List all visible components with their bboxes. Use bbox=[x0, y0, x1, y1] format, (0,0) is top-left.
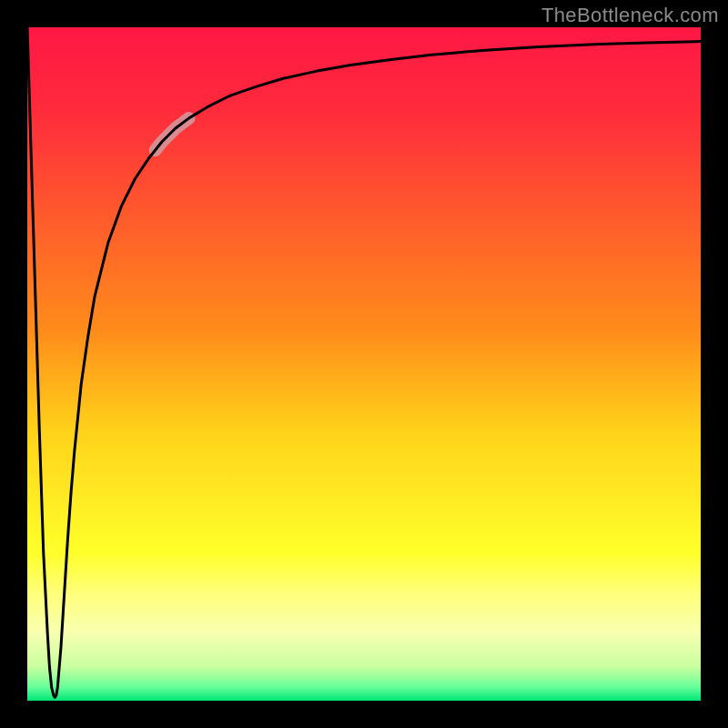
watermark-label: TheBottleneck.com bbox=[541, 4, 719, 27]
chart-frame: TheBottleneck.com bbox=[0, 0, 728, 728]
chart-svg bbox=[27, 27, 701, 701]
gradient-background bbox=[27, 27, 701, 701]
plot-area bbox=[27, 27, 701, 701]
